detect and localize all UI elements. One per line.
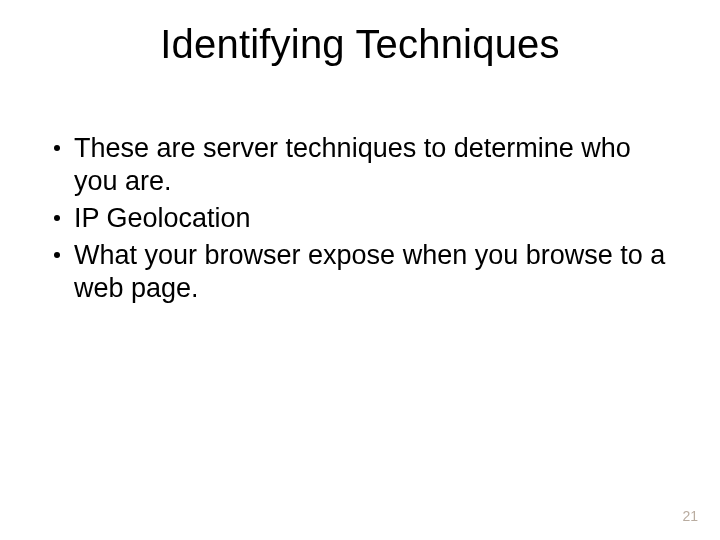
bullet-icon (54, 145, 60, 151)
bullet-icon (54, 252, 60, 258)
slide-body: These are server techniques to determine… (54, 132, 666, 309)
page-number: 21 (682, 508, 698, 524)
bullet-icon (54, 215, 60, 221)
list-item: These are server techniques to determine… (54, 132, 666, 198)
bullet-text: These are server techniques to determine… (74, 132, 666, 198)
slide: Identifying Techniques These are server … (0, 0, 720, 540)
list-item: What your browser expose when you browse… (54, 239, 666, 305)
bullet-text: IP Geolocation (74, 202, 666, 235)
bullet-text: What your browser expose when you browse… (74, 239, 666, 305)
slide-title: Identifying Techniques (0, 22, 720, 67)
list-item: IP Geolocation (54, 202, 666, 235)
